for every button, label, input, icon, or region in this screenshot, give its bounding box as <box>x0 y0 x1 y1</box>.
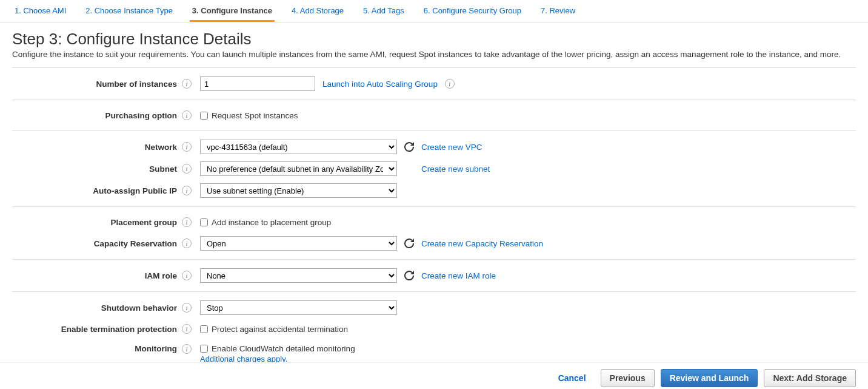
label-shutdown: Shutdown behavior <box>12 303 182 313</box>
number-of-instances-input[interactable] <box>200 76 315 91</box>
termination-checkbox-wrap[interactable]: Protect against accidental termination <box>200 325 348 334</box>
monitoring-checkbox-wrap[interactable]: Enable CloudWatch detailed monitoring <box>200 344 355 353</box>
termination-checkbox[interactable] <box>200 325 208 333</box>
monitoring-charges-link[interactable]: Additional charges apply. <box>200 354 355 362</box>
subnet-select[interactable]: No preference (default subnet in any Ava… <box>200 161 397 176</box>
label-subnet: Subnet <box>12 164 182 174</box>
review-launch-button[interactable]: Review and Launch <box>661 369 758 387</box>
create-subnet-link[interactable]: Create new subnet <box>421 164 490 174</box>
label-purchasing: Purchasing option <box>12 111 182 120</box>
auto-ip-select[interactable]: Use subnet setting (Enable) <box>200 183 397 198</box>
label-termination: Enable termination protection <box>12 325 182 334</box>
monitoring-checkbox[interactable] <box>200 345 208 353</box>
next-add-storage-button[interactable]: Next: Add Storage <box>764 369 856 387</box>
wizard-tabs: 1. Choose AMI 2. Choose Instance Type 3.… <box>0 0 868 22</box>
previous-button[interactable]: Previous <box>601 369 655 387</box>
label-capacity: Capacity Reservation <box>12 239 182 248</box>
iam-select[interactable]: None <box>200 268 397 283</box>
row-monitoring: Monitoring i Enable CloudWatch detailed … <box>12 339 856 362</box>
label-placement: Placement group <box>12 218 182 227</box>
shutdown-select[interactable]: Stop <box>200 300 397 315</box>
row-network: Network i vpc-4311563a (default) Create … <box>12 136 856 158</box>
row-num-instances: Number of instances i Launch into Auto S… <box>12 73 856 95</box>
info-icon[interactable]: i <box>182 324 192 334</box>
info-icon[interactable]: i <box>445 79 455 89</box>
placement-checkbox-wrap[interactable]: Add instance to placement group <box>200 218 331 227</box>
info-icon[interactable]: i <box>182 271 192 280</box>
label-iam: IAM role <box>12 271 182 280</box>
row-purchasing: Purchasing option i Request Spot instanc… <box>12 105 856 126</box>
row-termination: Enable termination protection i Protect … <box>12 319 856 339</box>
tab-choose-ami[interactable]: 1. Choose AMI <box>12 0 68 22</box>
page-title: Step 3: Configure Instance Details <box>12 30 856 49</box>
placement-checkbox[interactable] <box>200 218 208 226</box>
refresh-icon[interactable] <box>404 271 414 280</box>
spot-checkbox-wrap[interactable]: Request Spot instances <box>200 111 298 120</box>
monitoring-checkbox-label: Enable CloudWatch detailed monitoring <box>212 344 355 353</box>
tab-configure-instance[interactable]: 3. Configure Instance <box>190 0 275 22</box>
create-capacity-link[interactable]: Create new Capacity Reservation <box>421 239 543 248</box>
tab-choose-instance-type[interactable]: 2. Choose Instance Type <box>83 0 175 22</box>
info-icon[interactable]: i <box>182 238 192 248</box>
row-subnet: Subnet i No preference (default subnet i… <box>12 158 856 180</box>
info-icon[interactable]: i <box>182 217 192 227</box>
label-auto-ip: Auto-assign Public IP <box>12 186 182 195</box>
create-vpc-link[interactable]: Create new VPC <box>421 143 482 152</box>
row-placement: Placement group i Add instance to placem… <box>12 212 856 232</box>
info-icon[interactable]: i <box>182 142 192 152</box>
row-capacity: Capacity Reservation i Open Create new C… <box>12 232 856 254</box>
label-num-instances: Number of instances <box>12 79 182 89</box>
label-monitoring: Monitoring <box>12 344 182 353</box>
main-scroll-area: Step 3: Configure Instance Details Confi… <box>0 22 868 362</box>
tab-add-tags[interactable]: 5. Add Tags <box>361 0 407 22</box>
tab-review[interactable]: 7. Review <box>538 0 578 22</box>
row-shutdown: Shutdown behavior i Stop <box>12 297 856 319</box>
launch-asg-link[interactable]: Launch into Auto Scaling Group <box>322 79 438 89</box>
info-icon[interactable]: i <box>182 186 192 195</box>
refresh-icon[interactable] <box>404 238 414 248</box>
tab-add-storage[interactable]: 4. Add Storage <box>289 0 346 22</box>
tab-security-group[interactable]: 6. Configure Security Group <box>421 0 524 22</box>
refresh-icon[interactable] <box>404 142 414 152</box>
cancel-button[interactable]: Cancel <box>550 370 595 387</box>
create-iam-link[interactable]: Create new IAM role <box>421 271 496 280</box>
row-iam: IAM role i None Create new IAM role <box>12 265 856 286</box>
info-icon[interactable]: i <box>182 303 192 313</box>
info-icon[interactable]: i <box>182 79 192 89</box>
footer-actions: Cancel Previous Review and Launch Next: … <box>0 362 868 389</box>
info-icon[interactable]: i <box>182 164 192 174</box>
row-auto-ip: Auto-assign Public IP i Use subnet setti… <box>12 180 856 201</box>
network-select[interactable]: vpc-4311563a (default) <box>200 140 397 154</box>
placement-checkbox-label: Add instance to placement group <box>212 218 331 227</box>
info-icon[interactable]: i <box>182 110 192 120</box>
capacity-select[interactable]: Open <box>200 236 397 251</box>
spot-checkbox-label: Request Spot instances <box>212 111 298 120</box>
termination-checkbox-label: Protect against accidental termination <box>212 325 348 334</box>
label-network: Network <box>12 143 182 152</box>
info-icon[interactable]: i <box>182 344 192 354</box>
spot-checkbox[interactable] <box>200 112 208 120</box>
page-description: Configure the instance to suit your requ… <box>12 50 856 59</box>
